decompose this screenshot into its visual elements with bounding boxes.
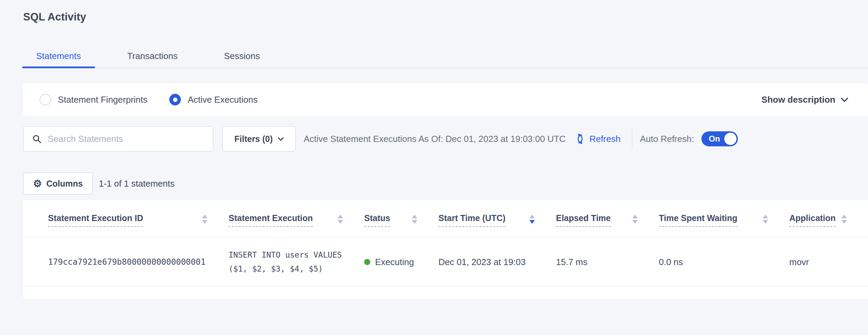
column-header-elapsed-time[interactable]: Elapsed Time: [556, 213, 659, 237]
controls-row: Filters (0) Active Statement Executions …: [23, 126, 868, 152]
cell-start-time: Dec 01, 2023 at 19:03: [438, 257, 556, 267]
tab-sessions[interactable]: Sessions: [210, 46, 274, 68]
column-header-status[interactable]: Status: [364, 213, 438, 237]
columns-button[interactable]: ⚙ Columns: [23, 173, 93, 194]
statements-table: Statement Execution ID Statement Executi…: [23, 200, 868, 299]
chevron-down-icon: [841, 98, 848, 102]
sort-icon[interactable]: [763, 215, 768, 224]
sort-icon[interactable]: [412, 215, 417, 224]
tab-statements[interactable]: Statements: [22, 46, 95, 68]
cell-statement-execution[interactable]: INSERT INTO users VALUES ($1, $2, $3, $4…: [229, 248, 364, 276]
table-toolbar: ⚙ Columns 1-1 of 1 statements: [23, 173, 868, 194]
view-mode-radio-group: Statement Fingerprints Active Executions: [40, 94, 258, 105]
cell-status: Executing: [364, 257, 438, 267]
auto-refresh-label: Auto Refresh:: [640, 134, 694, 144]
toggle-state-label: On: [709, 134, 720, 144]
column-header-application[interactable]: Application: [789, 213, 868, 237]
search-icon: [32, 134, 42, 144]
tab-transactions[interactable]: Transactions: [113, 46, 192, 68]
sort-icon[interactable]: [841, 215, 847, 224]
radio-active-executions[interactable]: Active Executions: [169, 94, 258, 105]
sql-activity-page: SQL Activity Statements Transactions Ses…: [0, 0, 868, 335]
show-description-label: Show description: [761, 94, 835, 105]
toggle-knob[interactable]: [724, 133, 737, 145]
cell-application: movr: [789, 257, 868, 267]
column-header-statement-execution[interactable]: Statement Execution: [229, 213, 364, 237]
chevron-down-icon: [278, 137, 284, 141]
cell-elapsed-time: 15.7 ms: [556, 257, 659, 267]
radio-selected-icon[interactable]: [169, 94, 181, 105]
status-label: Executing: [375, 257, 414, 267]
sort-icon[interactable]: [632, 215, 638, 224]
result-count: 1-1 of 1 statements: [99, 178, 175, 189]
gear-icon: ⚙: [33, 179, 42, 189]
page-title: SQL Activity: [0, 0, 868, 23]
column-header-statement-execution-id[interactable]: Statement Execution ID: [48, 213, 229, 237]
status-executing-dot-icon: [364, 259, 370, 265]
column-header-time-spent-waiting[interactable]: Time Spent Waiting: [659, 213, 789, 237]
cell-execution-id[interactable]: 179cca7921e679b80000000000000001: [48, 257, 229, 267]
sort-icon[interactable]: [338, 215, 343, 224]
radio-statement-fingerprints[interactable]: Statement Fingerprints: [40, 94, 148, 105]
sort-icon[interactable]: [202, 215, 207, 224]
view-mode-card: Statement Fingerprints Active Executions…: [23, 83, 868, 116]
sort-icon-active-desc[interactable]: [529, 215, 535, 224]
refresh-label: Refresh: [589, 134, 620, 144]
show-description-toggle[interactable]: Show description: [761, 94, 848, 105]
table-header-row: Statement Execution ID Statement Executi…: [23, 200, 868, 238]
vertical-divider: [632, 129, 632, 149]
columns-label: Columns: [46, 179, 83, 189]
tab-bar: Statements Transactions Sessions: [22, 46, 868, 68]
filters-button[interactable]: Filters (0): [222, 126, 296, 151]
filters-label: Filters (0): [234, 134, 273, 144]
radio-label: Statement Fingerprints: [58, 94, 148, 105]
radio-unselected-icon[interactable]: [40, 94, 51, 105]
refresh-button[interactable]: Refresh: [574, 133, 620, 145]
search-input[interactable]: [48, 134, 206, 144]
table-row[interactable]: 179cca7921e679b80000000000000001 INSERT …: [23, 238, 868, 287]
auto-refresh-toggle[interactable]: On: [701, 131, 738, 146]
column-header-start-time[interactable]: Start Time (UTC): [438, 213, 556, 237]
search-box[interactable]: [23, 126, 213, 151]
as-of-timestamp: Active Statement Executions As Of: Dec 0…: [304, 134, 566, 144]
refresh-icon: [574, 133, 586, 145]
radio-label: Active Executions: [188, 94, 258, 105]
cell-time-spent-waiting: 0.0 ns: [659, 257, 789, 267]
